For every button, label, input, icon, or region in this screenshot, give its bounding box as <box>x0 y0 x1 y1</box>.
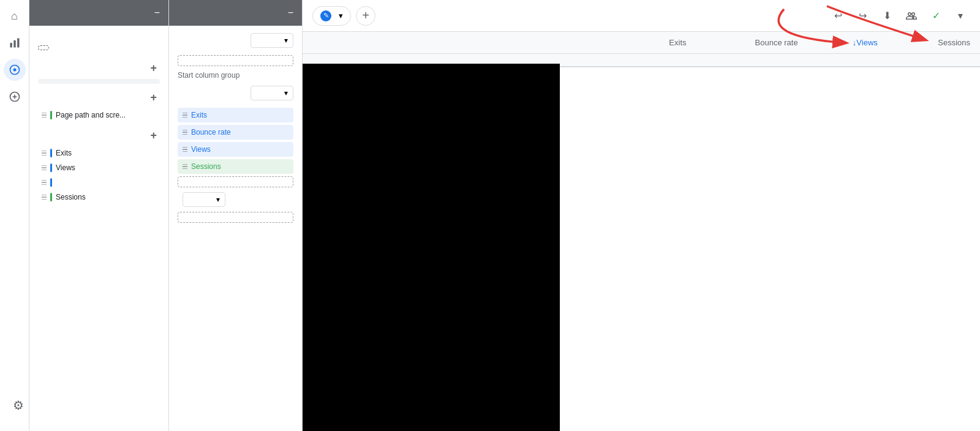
variables-panel-header: − <box>29 0 168 26</box>
metrics-add-btn[interactable]: + <box>148 129 160 141</box>
segments-header: + <box>38 62 160 74</box>
black-overlay <box>303 64 560 431</box>
totals-exits <box>630 54 696 67</box>
dim-header <box>303 32 630 54</box>
start-column-label: Start column group <box>178 71 239 80</box>
tab-settings-panel: − ▾ Start column group ▾ Exits <box>169 0 303 431</box>
value-views-label: Views <box>191 145 211 154</box>
grip-icon <box>183 113 187 118</box>
explore-icon[interactable] <box>4 59 26 81</box>
grip-icon <box>183 147 187 152</box>
tab-dropdown-icon: ▾ <box>339 11 343 20</box>
metric-exits[interactable]: Exits <box>38 146 160 160</box>
main-content: ✎ ▾ + <box>303 0 980 431</box>
sessions-header-label: Sessions <box>938 38 970 47</box>
value-bounce-rate-chip[interactable]: Bounce rate <box>178 125 293 140</box>
metric-label: Exits <box>56 149 72 157</box>
dimension-item-page-path[interactable]: Page path and scre... <box>38 108 160 122</box>
tag-icon[interactable] <box>4 86 26 108</box>
data-table: Exits Bounce rate ↓Views Sessions <box>303 32 980 67</box>
cell-type-dropdown[interactable]: ▾ <box>183 192 225 207</box>
date-badge[interactable] <box>38 45 49 50</box>
show-column-groups-setting: ▾ <box>178 86 293 100</box>
dimensions-add-btn[interactable]: + <box>148 91 160 103</box>
chevron-down-icon: ▾ <box>284 89 288 97</box>
grip-icon <box>183 130 187 135</box>
tab-icon: ✎ <box>320 10 331 21</box>
more-btn[interactable]: ▾ <box>951 6 970 26</box>
bounce-rate-header[interactable]: Bounce rate <box>696 32 808 54</box>
home-icon[interactable]: ⌂ <box>4 5 26 27</box>
grip-icon <box>42 113 47 118</box>
tab-settings-header: − <box>169 0 302 26</box>
filters-section <box>178 212 293 223</box>
totals-views <box>808 54 888 67</box>
value-exits-chip[interactable]: Exits <box>178 108 293 122</box>
dimensions-header: + <box>38 91 160 103</box>
check-btn[interactable]: ✓ <box>926 6 946 26</box>
segments-none <box>38 79 160 84</box>
metric-color-bar <box>50 163 52 172</box>
share-btn[interactable] <box>902 6 921 26</box>
toolbar-left: ✎ ▾ + <box>312 6 375 26</box>
cell-type-row: ▾ <box>178 192 293 207</box>
value-bounce-rate-label: Bounce rate <box>191 128 231 137</box>
exits-header-label: Exits <box>669 38 686 47</box>
views-header-label: Views <box>856 38 877 47</box>
metric-bounce-rate[interactable] <box>38 176 160 189</box>
grip-icon <box>42 195 47 200</box>
chevron-down-icon: ▾ <box>284 36 288 45</box>
grip-icon <box>183 164 187 170</box>
metric-color-bar <box>50 193 52 201</box>
metric-sessions[interactable]: Sessions <box>38 190 160 204</box>
svg-rect-2 <box>17 39 19 48</box>
value-sessions-label: Sessions <box>191 162 221 171</box>
drop-dimension-box[interactable] <box>178 55 293 66</box>
metrics-header: + <box>38 129 160 141</box>
left-navigation: ⌂ ⚙ <box>0 0 29 431</box>
download-btn[interactable]: ⬇ <box>877 6 897 26</box>
exits-header[interactable]: Exits <box>630 32 696 54</box>
date-range-section <box>38 43 160 52</box>
variables-minimize-btn[interactable]: − <box>154 8 160 18</box>
chevron-down-icon: ▾ <box>216 195 220 204</box>
svg-rect-1 <box>13 40 15 48</box>
grip-icon <box>42 165 47 171</box>
bounce-rate-header-label: Bounce rate <box>755 38 798 47</box>
redo-btn[interactable]: ↪ <box>853 6 872 26</box>
start-column-group: Start column group <box>178 71 293 80</box>
toolbar: ✎ ▾ + <box>303 0 980 32</box>
dim-color-bar <box>50 111 52 119</box>
toolbar-right: ↩ ↪ ⬇ ✓ ▾ <box>828 6 970 26</box>
tab-settings-minimize-btn[interactable]: − <box>288 8 293 18</box>
svg-rect-0 <box>10 43 12 48</box>
svg-point-4 <box>13 69 16 72</box>
metric-label: Views <box>56 163 75 172</box>
drop-filter-box[interactable] <box>178 212 293 223</box>
metric-color-bar <box>50 149 52 157</box>
value-exits-label: Exits <box>191 111 207 119</box>
free-form-tab[interactable]: ✎ ▾ <box>312 6 351 26</box>
totals-bounce-rate <box>696 54 808 67</box>
settings-icon[interactable]: ⚙ <box>7 394 29 416</box>
metric-label: Sessions <box>56 193 86 201</box>
nested-rows-dropdown[interactable]: ▾ <box>251 33 293 48</box>
value-sessions-chip[interactable]: Sessions <box>178 159 293 174</box>
dim-label: Page path and scre... <box>56 111 126 119</box>
metric-color-bar <box>50 178 52 187</box>
sessions-header[interactable]: Sessions <box>888 32 980 54</box>
nested-rows-setting: ▾ <box>178 33 293 48</box>
table-container[interactable]: Exits Bounce rate ↓Views Sessions <box>303 32 980 431</box>
chart-icon[interactable] <box>4 32 26 54</box>
value-views-chip[interactable]: Views <box>178 142 293 157</box>
totals-sessions <box>888 54 980 67</box>
segments-add-btn[interactable]: + <box>148 62 160 74</box>
undo-btn[interactable]: ↩ <box>828 6 848 26</box>
variables-panel: − + + Page path and scre... + <box>29 0 169 431</box>
show-column-groups-dropdown[interactable]: ▾ <box>251 86 293 100</box>
drop-metric-box[interactable] <box>178 176 293 187</box>
views-header[interactable]: ↓Views <box>808 32 888 54</box>
metric-views[interactable]: Views <box>38 161 160 174</box>
grip-icon <box>42 151 47 156</box>
add-tab-btn[interactable]: + <box>356 6 375 26</box>
